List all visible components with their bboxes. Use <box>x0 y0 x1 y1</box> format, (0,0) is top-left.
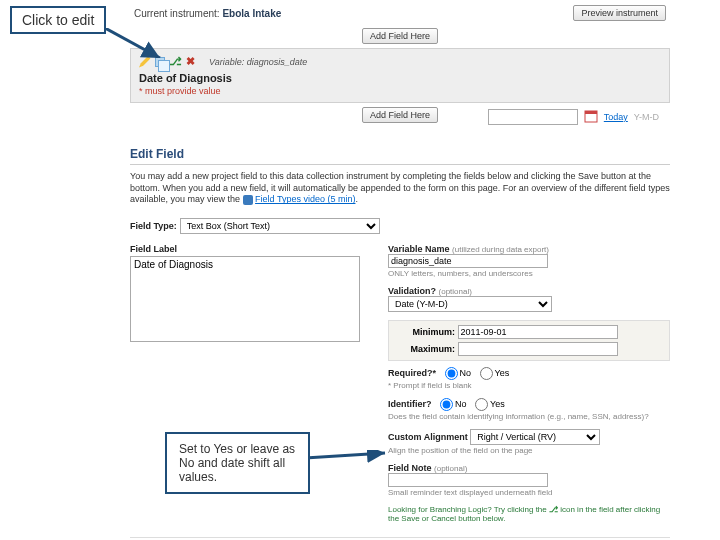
field-block-diagnosis-date: ⎇ ✖ Variable: diagnosis_date Date of Dia… <box>130 48 670 103</box>
variable-prefix: Variable: <box>209 57 244 67</box>
variable-name-hint: (utilized during data export) <box>452 245 549 254</box>
field-type-select[interactable]: Text Box (Short Text) <box>180 218 380 234</box>
panel-description: You may add a new project field to this … <box>130 171 670 206</box>
validation-hint: (optional) <box>439 287 472 296</box>
identifier-note: Does the field contain identifying infor… <box>388 412 649 421</box>
field-type-label: Field Type: <box>130 221 177 231</box>
svg-line-0 <box>105 28 160 58</box>
svg-rect-3 <box>585 111 597 114</box>
callout-arrow-top <box>105 28 165 58</box>
preview-instrument-button[interactable]: Preview instrument <box>573 5 666 21</box>
field-label-textarea[interactable]: Date of Diagnosis <box>130 256 360 342</box>
required-yes-text: Yes <box>495 368 510 378</box>
max-label: Maximum: <box>395 344 455 354</box>
svg-line-1 <box>305 453 385 458</box>
field-display-label: Date of Diagnosis <box>139 72 661 84</box>
variable-name-label: Variable Name <box>388 244 450 254</box>
min-input[interactable] <box>458 325 618 339</box>
field-label-label: Field Label <box>130 244 370 254</box>
calendar-icon[interactable] <box>584 109 598 125</box>
required-note: * Prompt if field is blank <box>388 381 472 390</box>
required-label: Required?* <box>388 368 436 378</box>
min-label: Minimum: <box>395 327 455 337</box>
validation-label: Validation? <box>388 286 436 296</box>
must-provide-note: * must provide value <box>139 86 661 96</box>
variable-name-note: ONLY letters, numbers, and underscores <box>388 269 533 278</box>
date-input[interactable] <box>488 109 578 125</box>
variable-name-input[interactable] <box>388 254 548 268</box>
callout-arrow-bottom <box>305 450 395 470</box>
identifier-yes-text: Yes <box>490 399 505 409</box>
current-instrument-label: Current instrument: <box>134 8 220 19</box>
required-no-radio[interactable] <box>445 367 458 380</box>
identifier-label: Identifier? <box>388 399 432 409</box>
branch-icon[interactable]: ⎇ <box>169 55 182 68</box>
current-instrument-name: Ebola Intake <box>222 8 281 19</box>
required-yes-radio[interactable] <box>480 367 493 380</box>
alignment-note: Align the position of the field on the p… <box>388 446 533 455</box>
video-icon <box>243 195 253 205</box>
identifier-yes-radio[interactable] <box>475 398 488 411</box>
max-input[interactable] <box>458 342 618 356</box>
callout-identifier-note: Set to Yes or leave as No and date shift… <box>165 432 310 494</box>
instrument-header: Current instrument: Ebola Intake Preview… <box>130 2 670 24</box>
add-field-button-bottom[interactable]: Add Field Here <box>362 107 438 123</box>
copy-icon[interactable] <box>155 57 165 67</box>
field-note-note: Small reminder text displayed underneath… <box>388 488 553 497</box>
identifier-no-radio[interactable] <box>440 398 453 411</box>
panel-title: Edit Field <box>130 147 670 165</box>
field-types-video-link[interactable]: Field Types video (5 min) <box>255 194 355 204</box>
variable-name-display: diagnosis_date <box>247 57 308 67</box>
branching-text-1: Looking for Branching Logic? Try clickin… <box>388 505 549 514</box>
field-note-input[interactable] <box>388 473 548 487</box>
minmax-box: Minimum: Maximum: <box>388 320 670 361</box>
alignment-select[interactable]: Right / Vertical (RV) <box>470 429 600 445</box>
identifier-no-text: No <box>455 399 467 409</box>
validation-select[interactable]: Date (Y-M-D) <box>388 296 552 312</box>
date-format-hint: Y-M-D <box>634 112 659 122</box>
callout-click-to-edit: Click to edit <box>10 6 106 34</box>
required-no-text: No <box>460 368 472 378</box>
add-field-button-top[interactable]: Add Field Here <box>362 28 438 44</box>
today-link[interactable]: Today <box>604 112 628 122</box>
alignment-label: Custom Alignment <box>388 432 468 442</box>
branch-icon-inline: ⎇ <box>549 505 558 514</box>
delete-icon[interactable]: ✖ <box>186 55 195 68</box>
field-note-hint: (optional) <box>434 464 467 473</box>
